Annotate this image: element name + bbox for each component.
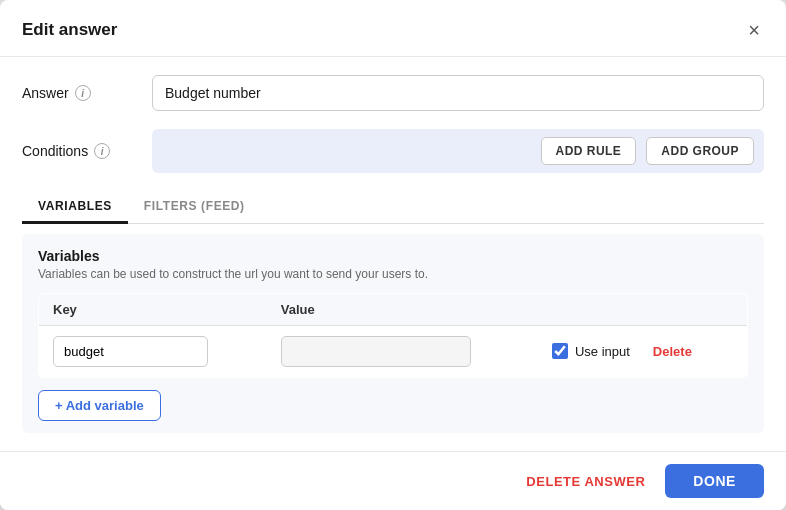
conditions-bar: ADD RULE ADD GROUP — [152, 129, 764, 173]
conditions-info-icon: i — [94, 143, 110, 159]
variables-title: Variables — [38, 248, 748, 264]
use-input-label: Use input — [575, 344, 630, 359]
tab-filters[interactable]: FILTERS (FEED) — [128, 191, 261, 224]
tabs-row: VARIABLES FILTERS (FEED) — [22, 191, 764, 224]
modal-title: Edit answer — [22, 20, 117, 40]
use-input-checkbox[interactable] — [552, 343, 568, 359]
col-header-key: Key — [39, 293, 267, 325]
done-button[interactable]: DONE — [665, 464, 764, 498]
modal-header: Edit answer × — [0, 0, 786, 57]
col-header-value: Value — [267, 293, 538, 325]
variable-key-input[interactable] — [53, 336, 208, 367]
actions-cell: Use input Delete — [538, 325, 748, 377]
variables-section: Variables Variables can be used to const… — [22, 234, 764, 433]
close-button[interactable]: × — [744, 18, 764, 42]
answer-info-icon: i — [75, 85, 91, 101]
key-cell — [39, 325, 267, 377]
add-variable-button[interactable]: + Add variable — [38, 390, 161, 421]
add-group-button[interactable]: ADD GROUP — [646, 137, 754, 165]
answer-field — [152, 75, 764, 111]
variables-table: Key Value — [38, 293, 748, 378]
use-input-row: Use input Delete — [552, 343, 733, 359]
answer-label: Answer i — [22, 85, 152, 101]
delete-variable-button[interactable]: Delete — [653, 344, 692, 359]
tab-variables[interactable]: VARIABLES — [22, 191, 128, 224]
modal-footer: DELETE ANSWER DONE — [0, 451, 786, 510]
add-rule-button[interactable]: ADD RULE — [541, 137, 637, 165]
edit-answer-modal: Edit answer × Answer i Conditions i ADD … — [0, 0, 786, 510]
variable-value-input[interactable] — [281, 336, 471, 367]
variables-description: Variables can be used to construct the u… — [38, 267, 748, 281]
conditions-label: Conditions i — [22, 143, 152, 159]
col-header-actions — [538, 293, 748, 325]
modal-body: Answer i Conditions i ADD RULE ADD GROUP… — [0, 57, 786, 451]
answer-input[interactable] — [152, 75, 764, 111]
value-cell — [267, 325, 538, 377]
conditions-row: Conditions i ADD RULE ADD GROUP — [22, 129, 764, 173]
table-row: Use input Delete — [39, 325, 748, 377]
answer-row: Answer i — [22, 75, 764, 111]
delete-answer-button[interactable]: DELETE ANSWER — [522, 466, 649, 497]
conditions-field: ADD RULE ADD GROUP — [152, 129, 764, 173]
